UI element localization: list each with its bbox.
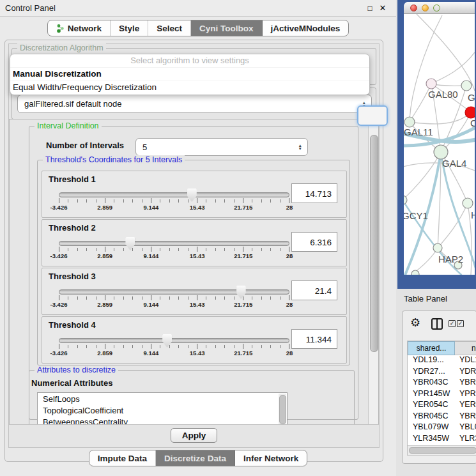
combo-arrows-icon: ▲▼	[298, 144, 302, 150]
tab-cyni-toolbox[interactable]: Cyni Toolbox	[191, 20, 263, 36]
threshold-2-label: Threshold 2	[49, 223, 96, 233]
node-gal11[interactable]	[404, 117, 415, 127]
algorithm-group-title: Discretization Algorithm	[17, 43, 106, 52]
node-hap2[interactable]	[433, 243, 442, 252]
node-label-gal11: GAL11	[404, 127, 433, 137]
node[interactable]	[461, 81, 472, 91]
column-header-name[interactable]: n	[455, 341, 476, 355]
threshold-1-value-field[interactable]: 14.713	[291, 183, 337, 203]
threshold-4-label: Threshold 4	[49, 320, 96, 330]
algorithm-option-equal-width[interactable]: Equal Width/Frequency Discretization	[10, 81, 369, 94]
thresholds-group-title: Threshold's Coordinates for 5 Intervals	[43, 155, 185, 164]
column-header-shared-name[interactable]: shared...	[408, 341, 455, 355]
node-label-hap2: HAP2	[438, 254, 463, 265]
network-graph: GAL80 GA C GAL11 GAL4 GCY1 H HAP2	[404, 14, 475, 275]
threshold-1-slider[interactable]: -3.4262.8599.14415.4321.71528	[59, 190, 289, 215]
node-label-clipped: C	[470, 118, 475, 128]
table-row[interactable]: YBL079WYBL0	[408, 422, 476, 434]
control-panel-titlebar: Control Panel □ ✕	[0, 0, 396, 17]
table-row[interactable]: YDL19...YDL1	[408, 355, 476, 367]
table-panel-title: Table Panel	[404, 294, 447, 303]
table-header-row: shared... n	[408, 341, 476, 355]
algorithm-dropdown-popup: Select algorithm to view settings Manual…	[10, 54, 370, 95]
float-window-icon[interactable]: □	[364, 3, 376, 14]
settings-scroll-area: Interval Definition Number of Intervals …	[9, 119, 379, 426]
tab-jactivemnodules[interactable]: jActiveMNodules	[263, 20, 349, 36]
right-side-area: GAL80 GA C GAL11 GAL4 GCY1 H HAP2 Table …	[396, 0, 476, 476]
table-horizontal-scrollbar[interactable]	[408, 445, 476, 455]
thresholds-group: Threshold's Coordinates for 5 Intervals …	[37, 160, 350, 365]
num-intervals-label: Number of Intervals	[46, 141, 124, 150]
num-intervals-value: 5	[136, 142, 298, 152]
checkbox-icon[interactable]: ✓	[457, 320, 464, 327]
settings-scrollbar[interactable]	[368, 119, 378, 425]
panel-title: Control Panel	[5, 3, 56, 13]
algorithm-combobox-focus[interactable]	[357, 105, 388, 126]
node-label-clipped: H	[471, 210, 475, 220]
table-row[interactable]: YBR043CYBR0	[408, 378, 476, 389]
table-row[interactable]: YLR345WYLR3	[408, 434, 476, 445]
threshold-3-slider[interactable]: -3.4262.8599.14415.4321.71528	[59, 288, 289, 312]
table-panel: ⚙ ✓ ✓ shared... n YDL19...YDL1 YDR27...Y…	[402, 311, 476, 464]
node-pink[interactable]	[426, 79, 436, 89]
scrollbar-thumb[interactable]	[370, 135, 378, 352]
table-body: YDL19...YDL1 YDR27...YDR2 YBR043CYBR0 YP…	[408, 355, 476, 445]
tab-select[interactable]: Select	[148, 20, 191, 36]
threshold-2-value-field[interactable]: 6.316	[291, 232, 337, 252]
slider-track[interactable]	[59, 289, 289, 295]
cyni-inner-panel: Discretization Algorithm Table Data galF…	[8, 43, 380, 448]
list-item[interactable]: SelfLoops	[38, 393, 287, 404]
threshold-3-label: Threshold 3	[49, 272, 96, 281]
tab-impute-data[interactable]: Impute Data	[89, 450, 156, 466]
node-label-gal80: GAL80	[428, 89, 458, 100]
tab-network[interactable]: Network	[48, 20, 111, 36]
threshold-1-box: Threshold 1 -3.4262.8599.14415.4321.7152…	[42, 171, 347, 218]
num-intervals-combobox[interactable]: 5 ▲▼	[135, 138, 308, 156]
network-view-window: GAL80 GA C GAL11 GAL4 GCY1 H HAP2	[404, 2, 475, 275]
table-data-combobox[interactable]: galFiltered.sif default node ▲▼	[17, 95, 372, 113]
scrollbar-thumb[interactable]	[409, 447, 476, 454]
node-gal4[interactable]	[434, 145, 448, 159]
table-row[interactable]: YBR045CYBR0	[408, 411, 476, 423]
table-row[interactable]: YDR27...YDR2	[408, 367, 476, 378]
table-row[interactable]: YER054CYER0	[408, 400, 476, 411]
top-tab-strip: Network Style Select Cyni Toolbox jActiv…	[0, 20, 396, 36]
close-window-icon[interactable]: ✕	[377, 3, 388, 14]
threshold-4-box: Threshold 4 -3.4262.8599.14415.4321.7152…	[42, 316, 347, 364]
network-window-titlebar	[404, 2, 475, 14]
list-scrollbar[interactable]	[279, 394, 286, 426]
numerical-attributes-label: Numerical Attributes	[31, 378, 112, 388]
threshold-3-value-field[interactable]: 21.4	[291, 280, 337, 300]
node[interactable]	[463, 198, 473, 208]
network-canvas[interactable]: GAL80 GA C GAL11 GAL4 GCY1 H HAP2	[404, 14, 475, 275]
node-highlighted-red[interactable]	[465, 107, 475, 118]
slider-track[interactable]	[59, 241, 289, 246]
node-label-gal4: GAL4	[442, 158, 466, 169]
threshold-4-value-field[interactable]: 11.344	[291, 329, 337, 349]
tab-infer-network[interactable]: Infer Network	[235, 450, 307, 466]
split-columns-icon[interactable]	[431, 318, 443, 330]
apply-button[interactable]: Apply	[171, 428, 218, 443]
minimize-traffic-icon[interactable]	[422, 4, 429, 12]
node[interactable]	[411, 270, 419, 275]
numerical-attributes-list[interactable]: SelfLoops TopologicalCoefficient Between…	[37, 392, 288, 426]
threshold-1-label: Threshold 1	[49, 174, 96, 184]
table-row[interactable]: YPR145WYPR1	[408, 389, 476, 401]
close-traffic-icon[interactable]	[410, 4, 417, 12]
bottom-tab-strip: Impute Data Discretize Data Infer Networ…	[0, 450, 396, 466]
list-item[interactable]: TopologicalCoefficient	[38, 404, 287, 416]
slider-track[interactable]	[59, 338, 289, 343]
threshold-2-box: Threshold 2 -3.4262.8599.14415.4321.7152…	[42, 219, 347, 266]
checkbox-icon[interactable]: ✓	[449, 320, 456, 327]
slider-track[interactable]	[59, 192, 289, 197]
zoom-traffic-icon[interactable]	[433, 4, 440, 12]
tab-style[interactable]: Style	[111, 20, 148, 36]
attributes-group-title: Attributes to discretize	[35, 365, 118, 374]
control-panel: Control Panel □ ✕ Network Style Select C…	[0, 0, 396, 476]
threshold-2-slider[interactable]: -3.4262.8599.14415.4321.71528	[59, 239, 289, 263]
tab-discretize-data[interactable]: Discretize Data	[156, 450, 235, 466]
threshold-4-slider[interactable]: -3.4262.8599.14415.4321.71528	[59, 336, 289, 360]
algorithm-option-manual[interactable]: Manual Discretization	[10, 68, 369, 81]
node-gcy1[interactable]	[404, 196, 407, 204]
gear-icon[interactable]: ⚙	[410, 317, 420, 328]
